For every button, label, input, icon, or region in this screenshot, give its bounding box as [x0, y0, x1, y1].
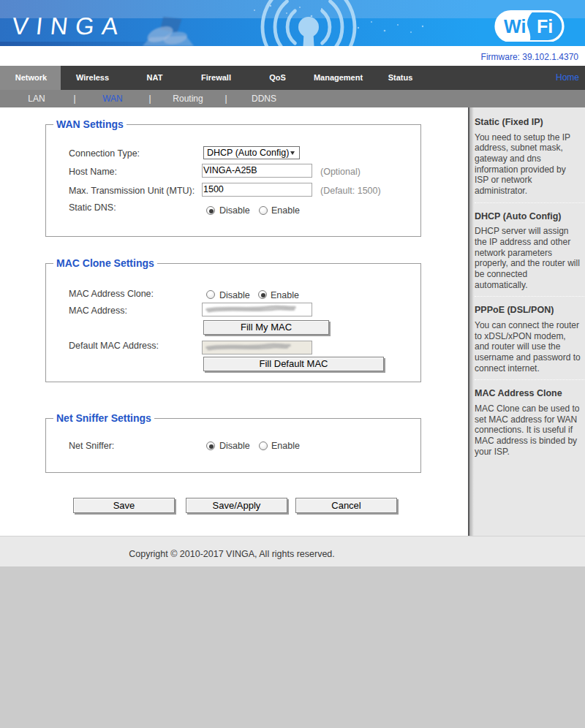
- svg-text:Fi: Fi: [537, 16, 553, 37]
- svg-text:Wi: Wi: [504, 16, 526, 37]
